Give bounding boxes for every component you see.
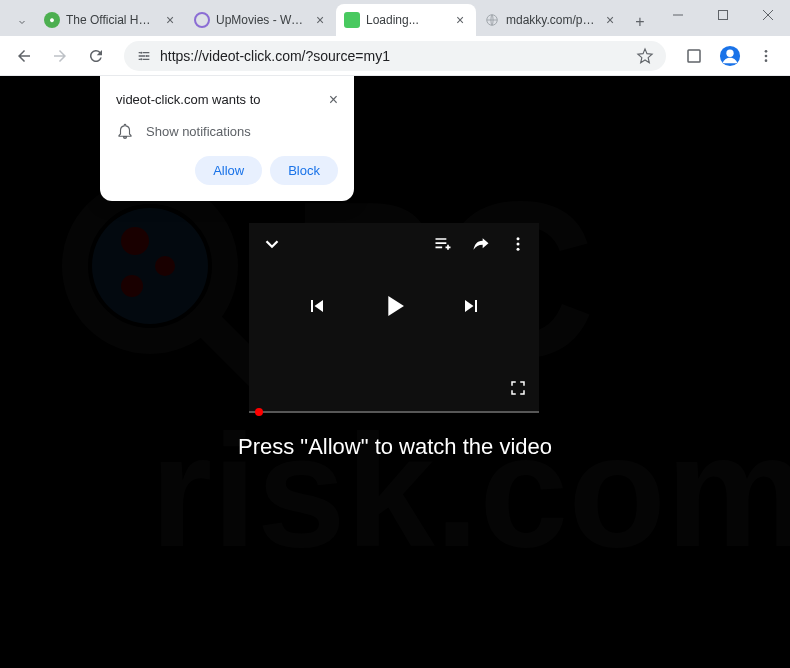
svg-point-21 [517, 243, 520, 246]
play-icon[interactable] [377, 289, 411, 323]
svg-point-17 [121, 275, 143, 297]
svg-point-11 [765, 59, 768, 62]
allow-button[interactable]: Allow [195, 156, 262, 185]
tab-close-icon[interactable]: × [602, 12, 618, 28]
forward-button[interactable] [44, 40, 76, 72]
menu-icon[interactable] [750, 40, 782, 72]
omnibox[interactable]: https://videot-click.com/?source=my1 [124, 41, 666, 71]
bookmark-star-icon[interactable] [636, 47, 654, 65]
svg-point-4 [146, 55, 148, 57]
tab-close-icon[interactable]: × [312, 12, 328, 28]
tab-title: The Official Home of [66, 13, 156, 27]
svg-rect-2 [718, 11, 727, 20]
tab-close-icon[interactable]: × [452, 12, 468, 28]
instruction-text: Press "Allow" to watch the video [0, 434, 790, 460]
maximize-button[interactable] [700, 0, 745, 30]
new-tab-button[interactable]: + [626, 8, 654, 36]
svg-point-14 [92, 208, 208, 324]
favicon-icon [344, 12, 360, 28]
url-text: https://videot-click.com/?source=my1 [160, 48, 628, 64]
svg-point-5 [140, 58, 142, 60]
svg-point-16 [155, 256, 175, 276]
permission-title: videot-click.com wants to [116, 92, 261, 107]
favicon-icon [194, 12, 210, 28]
browser-tab-0[interactable]: ● The Official Home of × [36, 4, 186, 36]
share-icon[interactable] [471, 234, 491, 254]
svg-point-15 [121, 227, 149, 255]
profile-avatar-icon[interactable] [714, 40, 746, 72]
browser-window: ● The Official Home of × UpMovies - Watc… [0, 0, 790, 668]
tab-title: mdakky.com/phclcm [506, 13, 596, 27]
browser-tab-3[interactable]: mdakky.com/phclcm × [476, 4, 626, 36]
fullscreen-icon[interactable] [509, 379, 527, 397]
svg-point-12 [75, 191, 225, 341]
svg-text:risk.com: risk.com [150, 401, 790, 580]
svg-point-8 [726, 49, 733, 56]
minimize-button[interactable] [655, 0, 700, 30]
tab-search-dropdown[interactable] [8, 8, 36, 36]
site-settings-icon[interactable] [136, 48, 152, 64]
progress-handle[interactable] [255, 408, 263, 416]
browser-tab-2[interactable]: Loading... × [336, 4, 476, 36]
tab-close-icon[interactable]: × [162, 12, 178, 28]
page-content: PC risk.com videot-click.com wants to × … [0, 76, 790, 668]
chevron-down-icon[interactable] [261, 233, 283, 255]
notification-permission-popup: videot-click.com wants to × Show notific… [100, 76, 354, 201]
svg-point-20 [517, 237, 520, 240]
more-vert-icon[interactable] [509, 235, 527, 253]
favicon-icon: ● [44, 12, 60, 28]
svg-point-3 [140, 51, 142, 53]
permission-body-text: Show notifications [146, 124, 251, 139]
svg-point-22 [517, 248, 520, 251]
tab-title: UpMovies - Watch FR [216, 13, 306, 27]
svg-rect-6 [688, 50, 700, 62]
video-player[interactable] [249, 223, 539, 413]
addressbar: https://videot-click.com/?source=my1 [0, 36, 790, 76]
skip-next-icon[interactable] [459, 294, 483, 318]
close-icon[interactable]: × [329, 92, 338, 108]
reload-button[interactable] [80, 40, 112, 72]
svg-point-10 [765, 54, 768, 57]
browser-tab-1[interactable]: UpMovies - Watch FR × [186, 4, 336, 36]
extensions-icon[interactable] [678, 40, 710, 72]
svg-point-9 [765, 50, 768, 53]
window-controls [655, 0, 790, 36]
skip-previous-icon[interactable] [305, 294, 329, 318]
titlebar: ● The Official Home of × UpMovies - Watc… [0, 0, 790, 36]
block-button[interactable]: Block [270, 156, 338, 185]
tab-title: Loading... [366, 13, 446, 27]
bell-icon [116, 122, 134, 140]
globe-icon [484, 12, 500, 28]
progress-bar[interactable] [249, 411, 539, 413]
close-window-button[interactable] [745, 0, 790, 30]
playlist-add-icon[interactable] [433, 234, 453, 254]
back-button[interactable] [8, 40, 40, 72]
